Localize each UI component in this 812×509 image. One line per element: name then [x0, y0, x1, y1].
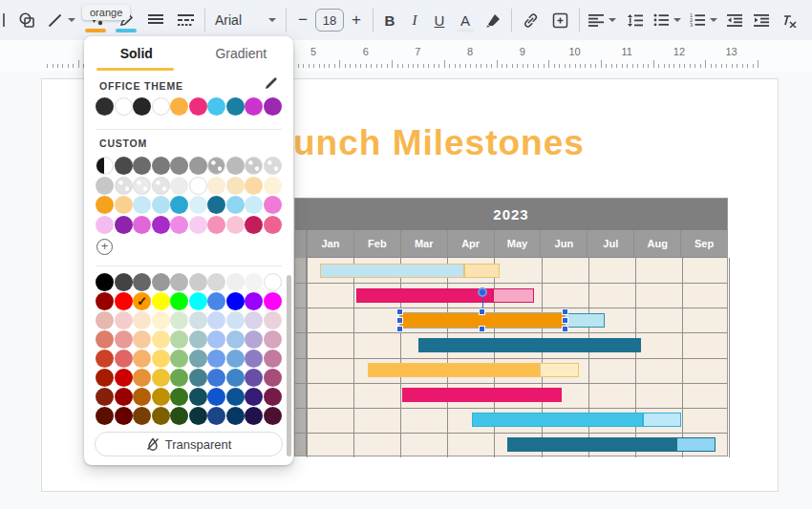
selection-handle[interactable]: [396, 317, 403, 324]
color-swatch[interactable]: [264, 177, 282, 195]
numbered-list-button[interactable]: 1 2 3: [685, 6, 721, 34]
color-swatch[interactable]: [96, 177, 114, 195]
color-swatch[interactable]: [170, 330, 188, 349]
color-swatch[interactable]: [189, 407, 207, 425]
color-swatch[interactable]: [189, 311, 207, 329]
color-swatch[interactable]: [115, 350, 133, 368]
color-swatch[interactable]: [226, 216, 245, 234]
gantt-bar[interactable]: [472, 413, 643, 427]
color-swatch[interactable]: [115, 311, 133, 329]
color-swatch[interactable]: [96, 292, 114, 310]
color-swatch[interactable]: [226, 350, 245, 368]
line-tool-button[interactable]: [42, 6, 80, 34]
color-swatch[interactable]: [133, 330, 151, 349]
color-swatch[interactable]: [226, 97, 245, 116]
tab-gradient[interactable]: Gradient: [189, 46, 294, 69]
bulleted-list-button[interactable]: [649, 6, 685, 34]
italic-button[interactable]: I: [402, 6, 427, 34]
color-swatch[interactable]: [264, 369, 282, 387]
cropped-toolbar-icon[interactable]: [0, 6, 11, 34]
gantt-bar-tail[interactable]: [493, 288, 534, 303]
edit-theme-pencil-icon[interactable]: [265, 76, 278, 94]
color-swatch[interactable]: [189, 350, 207, 368]
color-swatch[interactable]: [207, 311, 225, 329]
gantt-bar[interactable]: [402, 388, 562, 402]
color-swatch[interactable]: [226, 273, 245, 291]
color-swatch[interactable]: [264, 292, 282, 310]
gantt-bar[interactable]: [320, 264, 464, 278]
color-swatch[interactable]: [189, 292, 207, 310]
color-swatch[interactable]: [189, 273, 207, 291]
decrease-indent-icon[interactable]: [721, 6, 748, 34]
color-swatch[interactable]: [133, 311, 151, 329]
color-swatch[interactable]: [264, 350, 282, 368]
color-swatch[interactable]: [245, 97, 263, 116]
color-swatch[interactable]: [207, 330, 225, 349]
increase-font-size-button[interactable]: +: [344, 6, 369, 34]
color-swatch[interactable]: [115, 196, 133, 214]
color-swatch[interactable]: [170, 157, 188, 175]
color-swatch[interactable]: [226, 292, 245, 310]
color-swatch[interactable]: [152, 407, 170, 425]
add-comment-icon[interactable]: [545, 6, 575, 34]
color-swatch[interactable]: [207, 97, 225, 116]
color-swatch[interactable]: [152, 330, 170, 349]
color-swatch[interactable]: [189, 369, 207, 387]
color-swatch[interactable]: [96, 369, 114, 387]
insert-link-icon[interactable]: [516, 6, 545, 34]
color-swatch[interactable]: [152, 196, 170, 214]
color-swatch[interactable]: [170, 273, 188, 291]
color-swatch[interactable]: [152, 292, 170, 310]
color-swatch[interactable]: [115, 273, 133, 291]
color-swatch[interactable]: [170, 97, 188, 116]
color-swatch[interactable]: ✓: [133, 292, 151, 310]
color-swatch[interactable]: [264, 273, 282, 291]
color-swatch[interactable]: [189, 330, 207, 349]
color-swatch[interactable]: [245, 388, 263, 406]
color-swatch[interactable]: [133, 216, 151, 234]
color-swatch[interactable]: [245, 196, 263, 214]
color-swatch[interactable]: [189, 157, 207, 175]
gantt-bar[interactable]: [507, 437, 676, 452]
gantt-bar-tail[interactable]: [643, 413, 681, 427]
color-swatch[interactable]: [189, 177, 207, 195]
gantt-bar-tail[interactable]: [464, 264, 500, 278]
color-swatch[interactable]: [207, 273, 225, 291]
color-swatch[interactable]: [115, 369, 133, 387]
color-swatch[interactable]: [226, 330, 245, 349]
color-swatch[interactable]: [133, 369, 151, 387]
text-color-button[interactable]: A: [452, 6, 479, 34]
color-swatch[interactable]: [133, 407, 151, 425]
color-swatch[interactable]: [207, 369, 225, 387]
color-swatch[interactable]: [133, 177, 151, 195]
color-swatch[interactable]: [264, 407, 282, 425]
selection-handle[interactable]: [562, 317, 568, 324]
highlight-color-button[interactable]: [479, 6, 507, 34]
line-spacing-icon[interactable]: [620, 6, 649, 34]
color-swatch[interactable]: [245, 292, 263, 310]
color-swatch[interactable]: [96, 407, 114, 425]
color-swatch[interactable]: [207, 157, 225, 175]
color-swatch[interactable]: [245, 369, 263, 387]
color-swatch[interactable]: [152, 216, 170, 234]
color-swatch[interactable]: [207, 177, 225, 195]
color-swatch[interactable]: [226, 388, 245, 406]
color-swatch[interactable]: [189, 388, 207, 406]
color-swatch[interactable]: [96, 330, 114, 349]
panel-scrollbar-thumb[interactable]: [287, 275, 291, 456]
color-swatch[interactable]: [152, 369, 170, 387]
color-swatch[interactable]: [152, 97, 170, 116]
color-swatch[interactable]: [245, 157, 263, 175]
color-swatch[interactable]: [245, 407, 263, 425]
color-swatch[interactable]: [152, 157, 170, 175]
shapes-icon[interactable]: [11, 6, 42, 34]
color-swatch[interactable]: [96, 273, 114, 291]
color-swatch[interactable]: [115, 177, 133, 195]
color-swatch[interactable]: [264, 330, 282, 349]
color-swatch[interactable]: [133, 350, 151, 368]
color-swatch[interactable]: [226, 157, 245, 175]
color-swatch[interactable]: [245, 273, 263, 291]
color-swatch[interactable]: [245, 216, 263, 234]
color-swatch[interactable]: [264, 157, 282, 175]
color-swatch[interactable]: [170, 292, 188, 310]
